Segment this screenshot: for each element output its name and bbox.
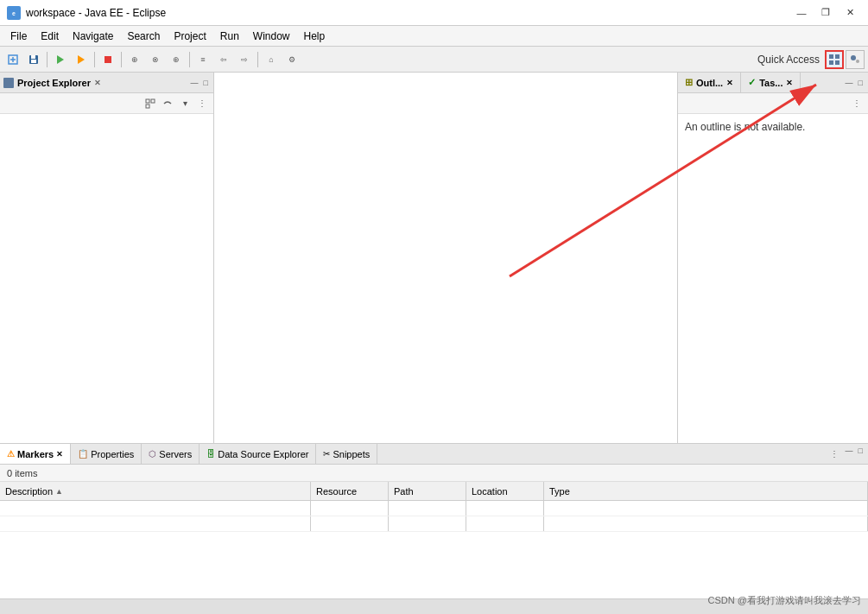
outline-tab-label: Outl... bbox=[696, 78, 723, 88]
data-source-tab[interactable]: 🗄 Data Source Explorer bbox=[200, 444, 316, 464]
snippets-tab-label: Snippets bbox=[333, 449, 370, 459]
toolbar-save[interactable] bbox=[24, 50, 43, 69]
table-row bbox=[0, 516, 868, 532]
outline-tab[interactable]: ⊞ Outl... ✕ bbox=[678, 73, 741, 92]
toolbar-debug[interactable] bbox=[72, 50, 91, 69]
col-description[interactable]: Description ▲ bbox=[0, 482, 311, 500]
toolbar-separator-4 bbox=[189, 52, 190, 67]
toolbar-btn-1[interactable]: ⊕ bbox=[125, 50, 144, 69]
bottom-panel-menu[interactable]: ⋮ bbox=[827, 446, 842, 462]
tasks-tab[interactable]: ✓ Tas... ✕ bbox=[741, 73, 801, 92]
menu-project[interactable]: Project bbox=[167, 26, 212, 46]
link-with-editor-button[interactable] bbox=[160, 96, 175, 111]
quick-access-perspectives-button[interactable] bbox=[825, 50, 844, 69]
close-button[interactable]: ✕ bbox=[839, 4, 861, 22]
view-menu-button[interactable]: ▾ bbox=[177, 96, 193, 111]
table-row bbox=[0, 501, 868, 516]
outline-tab-close[interactable]: ✕ bbox=[726, 79, 733, 87]
svg-rect-12 bbox=[835, 54, 839, 59]
toolbar-btn-8[interactable]: ⚙ bbox=[282, 50, 301, 69]
snippets-icon: ✂ bbox=[323, 449, 330, 459]
project-explorer-title: Project Explorer bbox=[17, 78, 91, 88]
menu-window[interactable]: Window bbox=[246, 26, 297, 46]
svg-marker-9 bbox=[78, 55, 85, 64]
col-location[interactable]: Location bbox=[466, 482, 544, 500]
snippets-tab[interactable]: ✂ Snippets bbox=[316, 444, 377, 464]
right-panel-minimize[interactable]: — bbox=[844, 79, 855, 87]
toolbar-btn-7[interactable]: ⌂ bbox=[262, 50, 281, 69]
servers-tab-label: Servers bbox=[159, 449, 192, 459]
toolbar-btn-2[interactable]: ⊗ bbox=[146, 50, 165, 69]
table-header: Description ▲ Resource Path Location Typ… bbox=[0, 482, 868, 501]
bottom-panel-maximize[interactable]: □ bbox=[857, 446, 865, 462]
toolbar-run[interactable] bbox=[51, 50, 70, 69]
outline-content: An outline is not available. bbox=[678, 114, 868, 443]
markers-icon: ⚠ bbox=[7, 449, 15, 459]
outline-icon: ⊞ bbox=[685, 77, 693, 88]
right-panel: ⊞ Outl... ✕ ✓ Tas... ✕ — □ ⋮ bbox=[678, 73, 868, 443]
toolbar-btn-3[interactable]: ⊕ bbox=[167, 50, 186, 69]
toolbar-btn-4[interactable]: ≡ bbox=[193, 50, 212, 69]
right-panel-tabs: ⊞ Outl... ✕ ✓ Tas... ✕ — □ bbox=[678, 73, 868, 93]
window-title: workspace - Java EE - Eclipse bbox=[26, 7, 166, 19]
toolbar-separator-3 bbox=[121, 52, 122, 67]
col-path[interactable]: Path bbox=[389, 482, 466, 500]
servers-tab[interactable]: ⬡ Servers bbox=[142, 444, 200, 464]
sort-arrow: ▲ bbox=[55, 487, 63, 496]
menu-navigate[interactable]: Navigate bbox=[66, 26, 120, 46]
col-description-label: Description bbox=[5, 486, 53, 497]
menu-search[interactable]: Search bbox=[120, 26, 167, 46]
menu-edit[interactable]: Edit bbox=[34, 26, 66, 46]
col-type[interactable]: Type bbox=[544, 482, 868, 500]
right-panel-maximize[interactable]: □ bbox=[857, 79, 865, 87]
svg-point-16 bbox=[856, 60, 859, 63]
data-source-icon: 🗄 bbox=[206, 449, 215, 459]
svg-rect-19 bbox=[146, 99, 149, 103]
right-panel-menu[interactable]: ⋮ bbox=[849, 96, 865, 111]
toolbar-btn-5[interactable]: ⇦ bbox=[214, 50, 233, 69]
project-explorer-header: Project Explorer ✕ — □ bbox=[0, 73, 213, 93]
menu-run[interactable]: Run bbox=[213, 26, 246, 46]
svg-rect-20 bbox=[151, 99, 155, 103]
svg-rect-18 bbox=[5, 79, 9, 82]
bottom-panel-minimize[interactable]: — bbox=[844, 446, 855, 462]
tasks-icon: ✓ bbox=[748, 77, 756, 88]
menu-file[interactable]: File bbox=[3, 26, 34, 46]
restore-button[interactable]: ❐ bbox=[814, 4, 837, 22]
properties-tab-label: Properties bbox=[91, 449, 134, 459]
quick-access-views-button[interactable] bbox=[846, 50, 865, 69]
data-source-tab-label: Data Source Explorer bbox=[218, 449, 308, 459]
toolbar-stop[interactable] bbox=[98, 50, 117, 69]
svg-rect-7 bbox=[31, 60, 36, 63]
col-path-label: Path bbox=[394, 486, 414, 497]
toolbar-btn-6[interactable]: ⇨ bbox=[235, 50, 254, 69]
menu-bar: File Edit Navigate Search Project Run Wi… bbox=[0, 26, 868, 47]
svg-rect-6 bbox=[31, 55, 35, 59]
servers-icon: ⬡ bbox=[149, 449, 156, 459]
toolbar-new[interactable] bbox=[3, 50, 22, 69]
toolbar-separator-2 bbox=[94, 52, 95, 67]
menu-help[interactable]: Help bbox=[297, 26, 333, 46]
col-resource[interactable]: Resource bbox=[311, 482, 389, 500]
watermark: CSDN @看我打游戏请叫我滚去学习 bbox=[708, 594, 861, 607]
properties-tab[interactable]: 📋 Properties bbox=[71, 444, 142, 464]
collapse-all-button[interactable] bbox=[143, 96, 158, 111]
properties-icon: 📋 bbox=[78, 449, 88, 459]
view-down-button[interactable]: ⋮ bbox=[194, 96, 210, 111]
bottom-panel: ⚠ Markers ✕ 📋 Properties ⬡ Servers 🗄 Dat… bbox=[0, 443, 868, 598]
project-explorer-panel: Project Explorer ✕ — □ ▾ bbox=[0, 73, 214, 443]
minimize-button[interactable]: — bbox=[790, 4, 813, 22]
svg-text:e: e bbox=[12, 10, 16, 16]
project-explorer-maximize[interactable]: □ bbox=[202, 79, 210, 87]
project-explorer-toolbar: ▾ ⋮ bbox=[0, 93, 213, 114]
bottom-panel-controls: ⋮ — □ bbox=[827, 446, 868, 462]
markers-tab[interactable]: ⚠ Markers ✕ bbox=[0, 444, 71, 464]
project-explorer-close[interactable]: ✕ bbox=[94, 79, 101, 87]
project-explorer-minimize[interactable]: — bbox=[189, 79, 200, 87]
tasks-tab-close[interactable]: ✕ bbox=[786, 79, 793, 87]
window-controls: — ❐ ✕ bbox=[790, 4, 861, 22]
markers-tab-close[interactable]: ✕ bbox=[56, 450, 63, 459]
svg-rect-10 bbox=[105, 56, 111, 63]
bottom-tabs-bar: ⚠ Markers ✕ 📋 Properties ⬡ Servers 🗄 Dat… bbox=[0, 444, 868, 465]
editor-area[interactable] bbox=[214, 73, 678, 443]
